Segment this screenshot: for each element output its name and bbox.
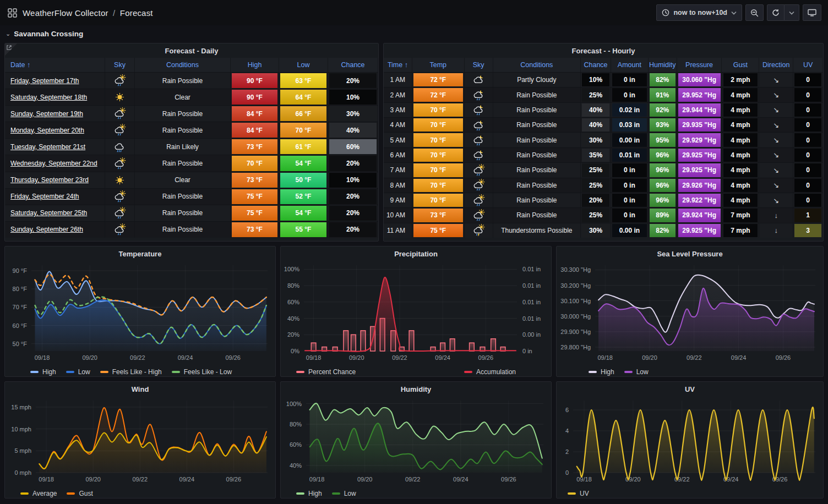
legend-item-feels-like-low[interactable]: Feels Like - Low — [172, 368, 232, 376]
wind-chart[interactable]: 0 mph5 mph10 mph15 mph09/1809/2009/2209/… — [5, 396, 275, 487]
date-link[interactable]: Friday, September 24th — [10, 193, 79, 200]
dashboards-grid-icon[interactable] — [8, 8, 17, 18]
column-header-date[interactable]: Date ↑ — [5, 58, 105, 72]
column-header-chance[interactable]: Chance — [581, 58, 611, 72]
panel-title[interactable]: Sea Level Pressure — [557, 246, 823, 261]
gust-cell: 4 mph — [722, 178, 760, 193]
legend-item-high[interactable]: High — [589, 368, 614, 376]
amount-cell-value: 0 in — [612, 209, 647, 222]
date-link[interactable]: Tuesday, September 21st — [10, 143, 85, 151]
panel-title[interactable]: Forecast - - Hourly — [384, 43, 823, 58]
gust-cell-value: 4 mph — [723, 163, 758, 177]
column-header-sky[interactable]: Sky — [465, 58, 493, 72]
sky-cell — [105, 73, 135, 89]
date-link[interactable]: Wednesday, September 22nd — [10, 160, 97, 167]
time-range-picker[interactable]: now to now+10d — [656, 4, 742, 21]
uv-cell-value: 0 — [794, 133, 821, 146]
legend-item-feels-like-high[interactable]: Feels Like - High — [100, 368, 162, 376]
temp-cell: 70 °F — [412, 163, 465, 177]
row-header-savannah-crossing[interactable]: ⌄ Savannah Crossing — [0, 26, 828, 41]
column-header-temp[interactable]: Temp — [412, 58, 465, 72]
legend-item-low[interactable]: Low — [66, 368, 90, 376]
humidity-chart[interactable]: 40%60%80%100%09/1809/2009/2209/2409/26 — [281, 396, 551, 487]
date-link[interactable]: Monday, September 20th — [10, 127, 84, 134]
column-header-conditions[interactable]: Conditions — [493, 58, 581, 72]
table-row: Tuesday, September 21stRain Likely73 °F6… — [5, 138, 378, 155]
kiosk-mode-button[interactable] — [803, 4, 821, 21]
arrow-down-icon: ↓ — [775, 226, 778, 234]
zoom-out-button[interactable] — [745, 4, 764, 21]
legend-item-high[interactable]: High — [30, 368, 56, 376]
temperature-chart[interactable]: 50 °F60 °F70 °F80 °F90 °F09/1809/2009/22… — [5, 261, 275, 365]
svg-text:09/24: 09/24 — [453, 476, 469, 483]
dashboard-breadcrumb[interactable]: WeatherFlow Collector / Forecast — [23, 8, 153, 18]
legend-item-high[interactable]: High — [296, 490, 322, 497]
svg-text:09/26: 09/26 — [478, 354, 494, 361]
column-header-sky[interactable]: Sky — [105, 58, 135, 72]
gust-cell: 4 mph — [722, 193, 760, 207]
panel-title[interactable]: Wind — [5, 382, 275, 396]
table-row: 5 AM70 °FRain Possible30%0.00 in95%29.92… — [384, 132, 823, 147]
sky-cell — [465, 87, 493, 102]
precipitation-chart[interactable]: 0%0 in20%0.00 in40%0.01 in60%0.01 in80%0… — [281, 261, 551, 365]
panel-title[interactable]: UV — [557, 382, 823, 396]
date-link[interactable]: Sunday, September 26th — [10, 226, 83, 233]
pressure-cell-value: 29.929 "Hg — [678, 133, 721, 146]
breadcrumb-page[interactable]: Forecast — [120, 8, 153, 18]
legend-swatch — [589, 371, 597, 373]
legend-item-gust[interactable]: Gust — [67, 490, 92, 497]
column-header-direction[interactable]: Direction — [759, 58, 793, 72]
high-value: 84 °F — [232, 123, 277, 138]
bar-14 — [470, 343, 475, 351]
svg-text:15 mph: 15 mph — [11, 404, 31, 410]
panel-title[interactable]: Humidity — [281, 382, 551, 396]
sky-cell — [465, 178, 493, 193]
pressure-chart[interactable]: 29.800 "Hg29.900 "Hg30.000 "Hg30.100 "Hg… — [557, 261, 823, 365]
date-link[interactable]: Friday, September 17th — [10, 77, 79, 85]
legend-item-accumulation[interactable]: Accumulation — [464, 368, 516, 376]
conditions-cell: Rain Possible — [135, 122, 231, 138]
column-header-high[interactable]: High — [231, 58, 279, 72]
legend-swatch — [624, 371, 633, 373]
chevron-down-icon — [789, 11, 794, 15]
column-header-conditions[interactable]: Conditions — [135, 58, 231, 72]
panel-title[interactable]: Forecast - Daily — [5, 43, 378, 58]
legend-item-uv[interactable]: UV — [568, 490, 589, 497]
refresh-button[interactable] — [767, 4, 785, 21]
conditions-cell: Rain Possible — [493, 148, 581, 162]
high-cell: 73 °F — [231, 172, 279, 188]
uv-chart[interactable]: 024609/1809/2009/2209/2409/26 — [557, 396, 823, 487]
svg-text:6: 6 — [565, 407, 569, 413]
direction-cell: ↘ — [759, 193, 793, 207]
temp-cell-value: 70 °F — [413, 133, 463, 146]
legend-item-percent-chance[interactable]: Percent Chance — [296, 368, 356, 376]
column-header-pressure[interactable]: Pressure — [677, 58, 722, 72]
panel-title[interactable]: Precipitation — [281, 246, 551, 261]
column-header-time[interactable]: Time ↑ — [384, 58, 412, 72]
date-link[interactable]: Saturday, September 18th — [10, 94, 87, 101]
humidity-cell-value: 96% — [650, 179, 676, 192]
date-link[interactable]: Thursday, September 23rd — [10, 176, 89, 184]
column-header-amount[interactable]: Amount — [611, 58, 649, 72]
date-link[interactable]: Saturday, September 25th — [10, 209, 87, 217]
column-header-humidity[interactable]: Humidity — [649, 58, 677, 72]
chance-cell: 25% — [581, 178, 611, 193]
column-header-low[interactable]: Low — [279, 58, 328, 72]
daily-table-body: Friday, September 17thRain Possible90 °F… — [5, 72, 378, 238]
temp-cell-value: 70 °F — [413, 118, 463, 132]
column-header-gust[interactable]: Gust — [722, 58, 759, 72]
column-header-chance[interactable]: Chance — [328, 58, 378, 72]
legend-item-low[interactable]: Low — [332, 490, 356, 497]
legend-item-average[interactable]: Average — [20, 490, 57, 497]
column-header-uv[interactable]: UV — [793, 58, 823, 72]
temp-cell-value: 73 °F — [413, 209, 463, 222]
humidity-cell: 96% — [649, 178, 677, 193]
gust-cell: 4 mph — [722, 133, 760, 147]
legend-item-low[interactable]: Low — [624, 368, 649, 376]
date-link[interactable]: Sunday, September 19th — [10, 110, 83, 118]
legend-label: Accumulation — [476, 368, 516, 376]
refresh-interval-dropdown[interactable] — [785, 4, 799, 21]
clock-icon — [662, 9, 669, 17]
breadcrumb-app[interactable]: WeatherFlow Collector — [23, 8, 108, 18]
panel-title[interactable]: Temperature — [5, 246, 275, 261]
